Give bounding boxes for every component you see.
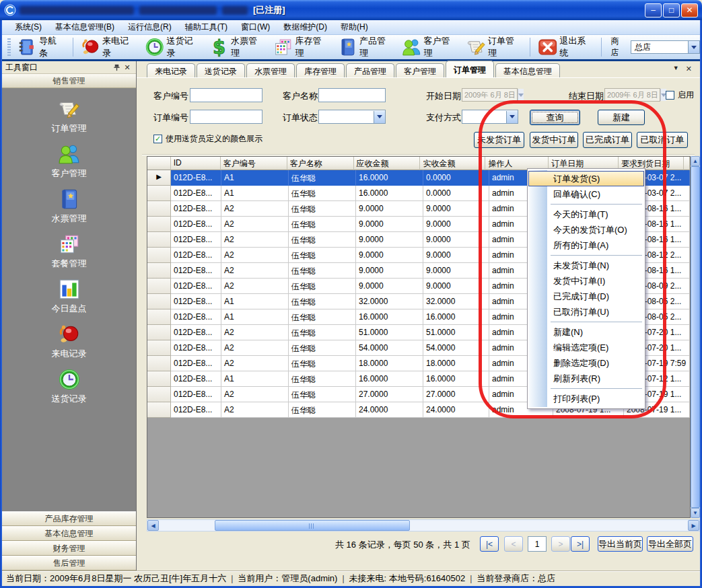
scrollbar-thumb[interactable] xyxy=(691,166,700,508)
row-selector[interactable] xyxy=(147,217,171,232)
tab-来电记录[interactable]: 来电记录 xyxy=(147,63,195,77)
last-page-button[interactable]: >| xyxy=(571,536,590,552)
tab-list-dropdown-icon[interactable]: ▼ xyxy=(673,65,679,73)
row-selector[interactable] xyxy=(147,294,171,309)
export-current-page-button[interactable]: 导出当前页 xyxy=(598,536,643,552)
toolbar-button-navbar[interactable]: 导航条 xyxy=(13,36,69,59)
order-status-combobox[interactable] xyxy=(318,110,386,124)
page-number-input[interactable] xyxy=(528,536,547,552)
sidebar-item-today-stocktake[interactable]: 今日盘点 xyxy=(2,274,136,319)
column-header[interactable]: ID xyxy=(171,157,221,170)
close-button[interactable]: ✕ xyxy=(681,3,698,17)
menu-item[interactable]: 基本信息管理(B) xyxy=(49,20,120,35)
menu-item[interactable]: 辅助工具(T) xyxy=(179,20,234,35)
toolbar-button-water-tickets[interactable]: 水票管理 xyxy=(205,36,269,59)
context-menu-item[interactable]: 回单确认(C) xyxy=(528,186,644,202)
next-page-button[interactable]: > xyxy=(551,536,570,552)
column-header[interactable]: 实收金额 xyxy=(420,157,485,170)
prev-page-button[interactable]: < xyxy=(504,536,523,552)
toolbar-button-customers[interactable]: 客户管理 xyxy=(398,36,462,59)
close-icon[interactable]: ✕ xyxy=(122,63,133,73)
sidebar-item-water-ticket-management[interactable]: 水票管理 xyxy=(2,184,136,229)
horizontal-scrollbar[interactable]: ◀ ▶ xyxy=(147,519,700,531)
end-date-picker[interactable]: 2009年 6月 8日 xyxy=(604,88,660,102)
sidebar-item-package-management[interactable]: 套餐管理 xyxy=(2,229,136,274)
color-display-checkbox[interactable]: ✓ 使用送货员定义的颜色展示 xyxy=(153,133,262,145)
row-selector[interactable] xyxy=(147,371,171,387)
tab-客户管理[interactable]: 客户管理 xyxy=(396,63,444,77)
row-selector[interactable] xyxy=(147,309,171,325)
start-date-picker[interactable]: 2009年 6月 8日 xyxy=(462,88,518,102)
enable-checkbox[interactable]: 启用 xyxy=(666,89,694,101)
row-selector[interactable] xyxy=(147,356,171,371)
tab-close-icon[interactable]: ✕ xyxy=(686,65,692,73)
toolbar-grip[interactable] xyxy=(7,38,11,56)
pin-icon[interactable] xyxy=(111,63,122,73)
context-menu-item[interactable]: 新建(N) xyxy=(528,324,644,340)
toolbar-button-orders[interactable]: 订单管理 xyxy=(462,36,526,59)
tab-基本信息管理[interactable]: 基本信息管理 xyxy=(495,63,560,77)
row-selector[interactable] xyxy=(147,186,171,201)
sidebar-item-delivery-records[interactable]: 送货记录 xyxy=(2,364,136,409)
toolbar-button-delivery-records[interactable]: 送货记录 xyxy=(141,36,205,59)
unshipped-orders-button[interactable]: 未发货订单 xyxy=(474,132,524,148)
sidebar-group-product-inventory[interactable]: 产品库存管理 xyxy=(2,511,136,526)
chevron-down-icon[interactable] xyxy=(374,111,385,123)
new-button[interactable]: 新建 xyxy=(598,110,645,125)
context-menu-item[interactable]: 编辑选定项(E) xyxy=(528,340,644,355)
query-button[interactable]: 查询 xyxy=(530,110,580,125)
context-menu-item[interactable]: 所有的订单(A) xyxy=(528,237,644,253)
context-menu-item[interactable]: 已取消订单(U) xyxy=(528,304,644,320)
context-menu-item[interactable]: 今天的发货订单(O) xyxy=(528,222,644,237)
context-menu-item[interactable]: 发货中订单(I) xyxy=(528,273,644,289)
row-selector[interactable] xyxy=(147,248,171,263)
tab-库存管理[interactable]: 库存管理 xyxy=(296,63,345,77)
row-selector[interactable] xyxy=(147,279,171,294)
menu-item[interactable]: 窗口(W) xyxy=(235,20,276,35)
context-menu-item[interactable]: 刷新列表(R) xyxy=(528,371,644,386)
toolbar-button-inventory[interactable]: 库存管理 xyxy=(269,36,333,59)
toolbar-button-products[interactable]: 产品管理 xyxy=(334,36,398,59)
export-all-pages-button[interactable]: 导出全部页 xyxy=(647,536,693,552)
sidebar-group-after-sales[interactable]: 售后管理 xyxy=(2,556,136,571)
maximize-button[interactable]: □ xyxy=(663,3,680,17)
context-menu-item[interactable]: 删除选定项(D) xyxy=(528,355,644,371)
menu-item[interactable]: 运行信息(R) xyxy=(122,20,178,35)
store-combobox[interactable]: 总店 xyxy=(631,40,700,54)
tab-水票管理[interactable]: 水票管理 xyxy=(246,63,295,77)
row-selector[interactable] xyxy=(147,402,171,418)
completed-orders-button[interactable]: 已完成订单 xyxy=(583,132,632,148)
row-selector[interactable] xyxy=(147,232,171,248)
row-selector[interactable] xyxy=(147,201,171,217)
vertical-scrollbar[interactable]: ▲ ▼ xyxy=(691,156,700,518)
menu-item[interactable]: 帮助(H) xyxy=(335,20,374,35)
row-selector[interactable] xyxy=(147,340,171,356)
sidebar-group-finance[interactable]: 财务管理 xyxy=(2,541,136,556)
sidebar-item-order-management[interactable]: 订单管理 xyxy=(2,94,136,139)
row-selector[interactable] xyxy=(147,325,171,340)
context-menu-item[interactable]: 今天的订单(T) xyxy=(528,207,644,222)
scroll-right-icon[interactable]: ▶ xyxy=(688,520,699,531)
column-header[interactable]: 客户名称 xyxy=(287,157,354,170)
menu-item[interactable]: 系统(S) xyxy=(9,20,48,35)
context-menu-item[interactable]: 打印列表(P) xyxy=(528,391,644,406)
row-selector[interactable] xyxy=(147,387,171,402)
first-page-button[interactable]: |< xyxy=(480,536,499,552)
sidebar-item-incoming-calls[interactable]: 来电记录 xyxy=(2,319,136,364)
sidebar-item-customer-management[interactable]: 客户管理 xyxy=(2,139,136,184)
scrollbar-thumb[interactable] xyxy=(215,520,410,531)
menu-item[interactable]: 数据维护(D) xyxy=(277,20,333,35)
column-header[interactable]: 客户编号 xyxy=(221,157,287,170)
context-menu-item[interactable]: 未发货订单(N) xyxy=(528,258,644,273)
tab-订单管理[interactable]: 订单管理 xyxy=(446,61,494,77)
chevron-down-icon[interactable] xyxy=(506,111,518,123)
cancelled-orders-button[interactable]: 已取消订单 xyxy=(637,132,688,148)
tab-送货记录[interactable]: 送货记录 xyxy=(197,63,245,77)
customer-name-input[interactable] xyxy=(318,88,386,102)
sidebar-group-sales[interactable]: 销售管理 xyxy=(2,74,136,88)
minimize-button[interactable]: – xyxy=(645,3,662,17)
scroll-up-icon[interactable]: ▲ xyxy=(691,156,700,166)
tab-产品管理[interactable]: 产品管理 xyxy=(346,63,394,77)
toolbar-button-exit[interactable]: 退出系统 xyxy=(534,36,598,59)
chevron-down-icon[interactable] xyxy=(688,41,699,53)
